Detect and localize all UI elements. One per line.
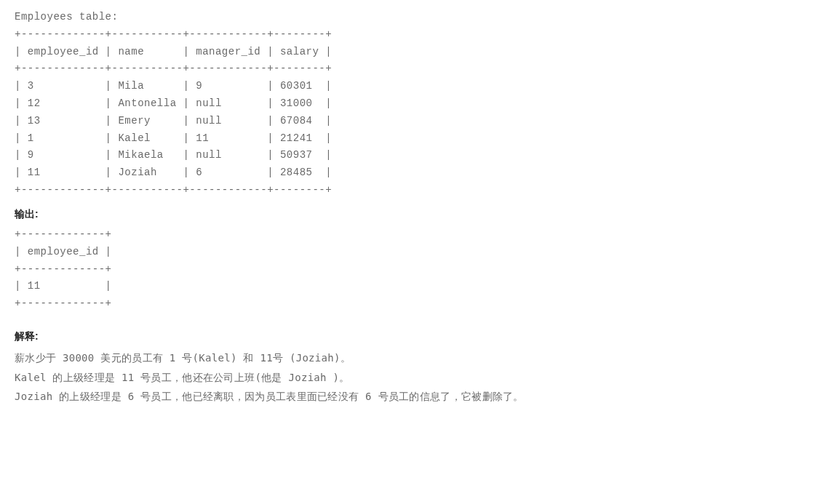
output-label: 输出: bbox=[15, 205, 805, 223]
employees-table-border-top: +-------------+-----------+------------+… bbox=[15, 26, 805, 44]
explanation-body: 薪水少于 30000 美元的员工有 1 号(Kalel) 和 11号 (Jozi… bbox=[15, 348, 805, 407]
output-table-border-top: +-------------+ bbox=[15, 226, 805, 244]
table-row: | 9 | Mikaela | null | 50937 | bbox=[15, 147, 805, 164]
explanation-line: Joziah 的上级经理是 6 号员工，他已经离职，因为员工表里面已经没有 6 … bbox=[15, 387, 805, 407]
employees-table-title: Employees table: bbox=[15, 9, 805, 26]
table-row: | 1 | Kalel | 11 | 21241 | bbox=[15, 130, 805, 148]
explanation-line: Kalel 的上级经理是 11 号员工，他还在公司上班(他是 Joziah )。 bbox=[15, 368, 805, 388]
output-table-header: | employee_id | bbox=[15, 244, 805, 261]
output-table-border-mid: +-------------+ bbox=[15, 261, 805, 279]
employees-table-header: | employee_id | name | manager_id | sala… bbox=[15, 44, 805, 61]
employees-table-border-bot: +-------------+-----------+------------+… bbox=[15, 182, 805, 199]
explanation-label: 解释: bbox=[15, 327, 805, 345]
table-row: | 11 | bbox=[15, 278, 805, 295]
employees-table-border-mid: +-------------+-----------+------------+… bbox=[15, 60, 805, 78]
table-row: | 12 | Antonella | null | 31000 | bbox=[15, 95, 805, 113]
output-table-border-bot: +-------------+ bbox=[15, 295, 805, 313]
table-row: | 11 | Joziah | 6 | 28485 | bbox=[15, 164, 805, 182]
table-row: | 3 | Mila | 9 | 60301 | bbox=[15, 78, 805, 95]
explanation-line: 薪水少于 30000 美元的员工有 1 号(Kalel) 和 11号 (Jozi… bbox=[15, 348, 805, 368]
table-row: | 13 | Emery | null | 67084 | bbox=[15, 113, 805, 130]
